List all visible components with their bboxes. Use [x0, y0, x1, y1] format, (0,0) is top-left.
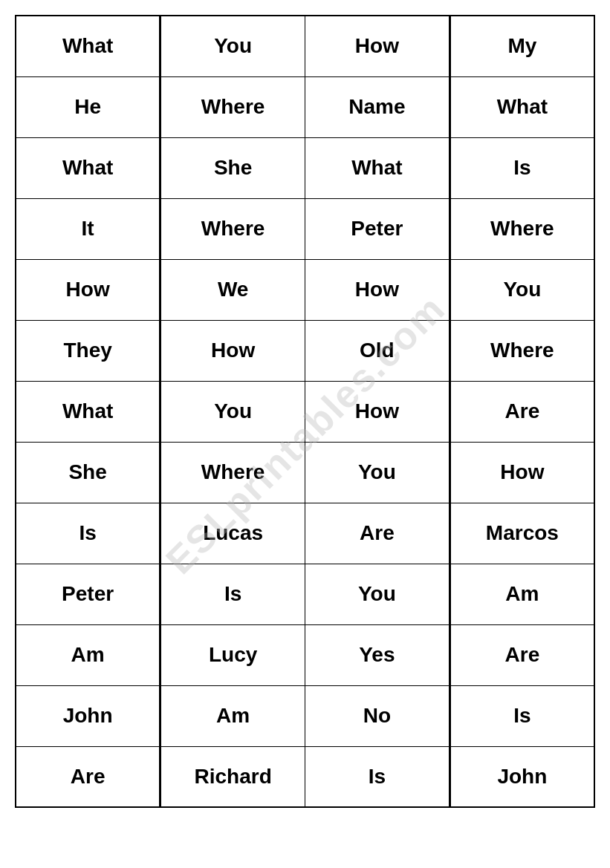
table-cell: Is — [305, 746, 450, 807]
table-cell: How — [305, 381, 450, 442]
table-cell: Is — [160, 564, 305, 624]
table-cell: We — [160, 259, 305, 320]
table-cell: Yes — [305, 624, 450, 685]
table-cell: Am — [160, 685, 305, 746]
table-cell: How — [160, 320, 305, 381]
table-cell: Name — [305, 76, 450, 137]
table-cell: Is — [450, 685, 594, 746]
table-row: IsLucasAreMarcos — [16, 503, 594, 564]
table-cell: You — [160, 381, 305, 442]
table-row: PeterIsYouAm — [16, 564, 594, 624]
page: WhatYouHowMyHeWhereNameWhatWhatSheWhatIs… — [0, 0, 610, 868]
table-cell: Is — [16, 503, 160, 564]
table-row: ItWherePeterWhere — [16, 198, 594, 259]
table-cell: You — [305, 564, 450, 624]
table-cell: You — [450, 259, 594, 320]
table-cell: Where — [450, 320, 594, 381]
table-cell: It — [16, 198, 160, 259]
table-cell: Richard — [160, 746, 305, 807]
table-cell: He — [16, 76, 160, 137]
table-cell: How — [450, 442, 594, 503]
table-row: HowWeHowYou — [16, 259, 594, 320]
table-cell: Is — [450, 137, 594, 198]
table-cell: What — [450, 76, 594, 137]
table-cell: You — [160, 16, 305, 76]
table-cell: Peter — [305, 198, 450, 259]
table-cell: What — [16, 137, 160, 198]
table-row: WhatYouHowMy — [16, 16, 594, 76]
table-cell: Are — [16, 746, 160, 807]
table-cell: She — [16, 442, 160, 503]
table-row: HeWhereNameWhat — [16, 76, 594, 137]
table-cell: Am — [16, 624, 160, 685]
table-cell: You — [305, 442, 450, 503]
table-cell: No — [305, 685, 450, 746]
table-cell: Where — [160, 442, 305, 503]
table-row: WhatYouHowAre — [16, 381, 594, 442]
table-cell: Am — [450, 564, 594, 624]
table-row: AmLucyYesAre — [16, 624, 594, 685]
table-cell: How — [305, 259, 450, 320]
table-cell: What — [16, 16, 160, 76]
table-cell: John — [16, 685, 160, 746]
table-cell: Marcos — [450, 503, 594, 564]
table-cell: Where — [160, 76, 305, 137]
table-row: WhatSheWhatIs — [16, 137, 594, 198]
table-row: SheWhereYouHow — [16, 442, 594, 503]
table-cell: How — [305, 16, 450, 76]
table-cell: Are — [450, 624, 594, 685]
table-cell: How — [16, 259, 160, 320]
table-cell: They — [16, 320, 160, 381]
table-row: JohnAmNoIs — [16, 685, 594, 746]
word-grid: WhatYouHowMyHeWhereNameWhatWhatSheWhatIs… — [15, 15, 595, 808]
table-cell: Lucy — [160, 624, 305, 685]
table-cell: She — [160, 137, 305, 198]
table-cell: Are — [305, 503, 450, 564]
table-row: TheyHowOldWhere — [16, 320, 594, 381]
table-cell: Where — [450, 198, 594, 259]
table-cell: John — [450, 746, 594, 807]
table-cell: Lucas — [160, 503, 305, 564]
table-cell: Peter — [16, 564, 160, 624]
table-cell: My — [450, 16, 594, 76]
table-row: AreRichardIsJohn — [16, 746, 594, 807]
table-cell: What — [305, 137, 450, 198]
table-cell: Are — [450, 381, 594, 442]
table-cell: What — [16, 381, 160, 442]
table-cell: Old — [305, 320, 450, 381]
table-cell: Where — [160, 198, 305, 259]
